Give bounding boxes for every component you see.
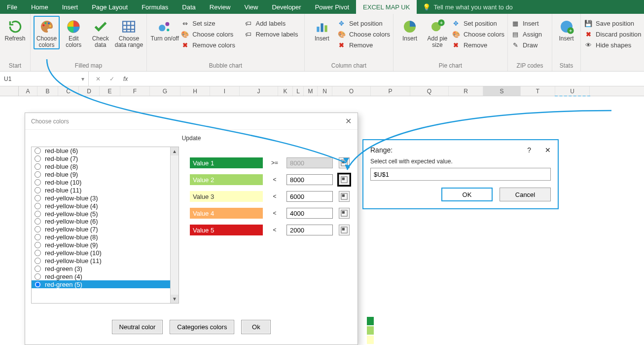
pie-choose-colors[interactable]: 🎨Choose colors	[452, 30, 504, 38]
close-icon[interactable]: ✕	[545, 146, 551, 154]
column-header[interactable]: N	[318, 86, 332, 96]
tab-data[interactable]: Data	[175, 0, 202, 14]
bubble-remove-colors[interactable]: ✖Remove colors	[180, 40, 243, 49]
refresh-button[interactable]: Refresh	[3, 16, 27, 42]
edit-colors-button[interactable]: Edit colors	[61, 16, 86, 49]
scheme-option[interactable]: red-blue (7)	[32, 155, 179, 163]
range-cancel-button[interactable]: Cancel	[500, 188, 551, 201]
discard-position[interactable]: ✖Discard position	[584, 30, 642, 38]
accept-formula-icon[interactable]: ✓	[109, 76, 114, 82]
bubble-remove-labels[interactable]: 🏷Remove labels	[244, 30, 301, 38]
column-header[interactable]: R	[449, 86, 483, 96]
bubble-choose-colors[interactable]: 🎨Choose colors	[180, 30, 243, 38]
column-header[interactable]: Q	[410, 86, 449, 96]
categories-colors-button[interactable]: Categories colors	[170, 320, 234, 334]
column-header[interactable]: G	[150, 86, 180, 96]
ok-button[interactable]: Ok	[241, 320, 271, 334]
value-input[interactable]	[286, 191, 333, 202]
column-header[interactable]: A	[19, 86, 37, 96]
neutral-color-button[interactable]: Neutral color	[112, 320, 163, 334]
column-header[interactable]: D	[79, 86, 100, 96]
column-insert-button[interactable]: Insert	[308, 16, 336, 49]
value-input[interactable]	[286, 225, 333, 235]
column-header[interactable]: I	[210, 86, 240, 96]
value-input[interactable]	[286, 174, 333, 185]
pie-set-position[interactable]: ✥Set position	[452, 19, 504, 28]
scrollbar[interactable]: ▲ ▼	[170, 147, 179, 303]
save-position[interactable]: 💾Save position	[584, 19, 642, 28]
range-ok-button[interactable]: OK	[441, 188, 493, 201]
close-icon[interactable]: ✕	[345, 116, 352, 126]
cell-picker-button[interactable]	[339, 157, 350, 168]
scroll-down-icon[interactable]: ▼	[171, 295, 179, 303]
tab-developer[interactable]: Developer	[265, 0, 308, 14]
fx-icon[interactable]: fx	[123, 76, 128, 82]
column-header[interactable]: L	[293, 86, 304, 96]
column-header[interactable]: T	[521, 86, 555, 96]
cell-picker-button[interactable]	[339, 191, 350, 202]
pie-add-size-button[interactable]: + Add pie size	[424, 16, 451, 49]
tab-file[interactable]: File	[0, 0, 24, 14]
name-box[interactable]: U1 ▾	[0, 72, 89, 86]
scheme-option[interactable]: red-yellow-blue (4)	[32, 202, 179, 210]
scheme-option[interactable]: red-blue (11)	[32, 186, 179, 194]
scheme-option[interactable]: red-blue (8)	[32, 163, 179, 171]
scheme-option[interactable]: red-yellow-blue (7)	[32, 226, 179, 233]
cell-picker-button[interactable]	[339, 208, 350, 219]
tell-me[interactable]: 💡 Tell me what you want to do	[417, 0, 518, 14]
scheme-option[interactable]: red-blue (9)	[32, 171, 179, 179]
tab-formulas[interactable]: Formulas	[135, 0, 175, 14]
scheme-option[interactable]: red-yellow-blue (6)	[32, 218, 179, 226]
cell-picker-button[interactable]	[339, 174, 350, 185]
help-icon[interactable]: ?	[527, 146, 531, 154]
tab-excelmapuk[interactable]: EXCEL MAP UK	[356, 0, 417, 14]
bubble-set-size[interactable]: ⇔Set size	[180, 19, 243, 28]
column-choose-colors[interactable]: 🎨Choose colors	[337, 30, 390, 38]
hide-shapes[interactable]: 👁Hide shapes	[584, 40, 642, 49]
tab-review[interactable]: Review	[203, 0, 238, 14]
color-scheme-list[interactable]: ▲ ▼ red-blue (6)red-blue (7)red-blue (8)…	[31, 147, 179, 304]
check-data-button[interactable]: Check data	[87, 16, 113, 49]
column-header[interactable]: P	[371, 86, 410, 96]
scheme-option[interactable]: red-green (3)	[32, 265, 179, 272]
worksheet[interactable]: ABCDEFGHIJKLMNOPQRSTU 123456789101112131…	[0, 86, 644, 96]
column-header[interactable]: S	[483, 86, 521, 96]
column-header[interactable]: E	[100, 86, 120, 96]
scroll-up-icon[interactable]: ▲	[171, 147, 179, 155]
tab-pagelayout[interactable]: Page Layout	[85, 0, 135, 14]
column-header[interactable]: H	[180, 86, 210, 96]
bubble-toggle-button[interactable]: Turn on/off	[150, 16, 179, 49]
column-header[interactable]: F	[120, 86, 150, 96]
bubble-add-labels[interactable]: 🏷Add labels	[244, 19, 301, 28]
column-header[interactable]: O	[332, 86, 371, 96]
pie-remove[interactable]: ✖Remove	[452, 40, 504, 49]
tab-insert[interactable]: Insert	[55, 0, 85, 14]
pie-insert-button[interactable]: Insert	[396, 16, 423, 49]
cell-picker-button[interactable]	[339, 225, 350, 235]
value-input[interactable]	[286, 208, 333, 219]
column-header[interactable]: M	[304, 86, 318, 96]
column-header[interactable]: C	[58, 86, 79, 96]
column-set-position[interactable]: ✥Set position	[337, 19, 390, 28]
column-header[interactable]: U	[555, 86, 590, 96]
column-remove[interactable]: ✖Remove	[337, 40, 390, 49]
tab-powerpivot[interactable]: Power Pivot	[308, 0, 356, 14]
choose-colors-button[interactable]: Choose colors	[34, 16, 60, 49]
scheme-option[interactable]: red-blue (6)	[32, 147, 179, 155]
zip-insert[interactable]: ▦Insert	[511, 19, 549, 28]
column-header[interactable]: J	[240, 86, 278, 96]
column-header[interactable]: B	[37, 86, 58, 96]
scheme-option[interactable]: red-yellow-blue (11)	[32, 257, 179, 265]
scheme-option[interactable]: red-yellow-blue (8)	[32, 233, 179, 241]
column-header[interactable]: K	[278, 86, 293, 96]
scheme-option[interactable]: red-green (5)	[32, 280, 179, 288]
cancel-formula-icon[interactable]: ✕	[96, 76, 101, 82]
tab-home[interactable]: Home	[24, 0, 55, 14]
scheme-option[interactable]: red-yellow-blue (10)	[32, 249, 179, 257]
tab-view[interactable]: View	[237, 0, 265, 14]
scheme-option[interactable]: red-blue (10)	[32, 179, 179, 187]
zip-assign[interactable]: ▤Assign	[511, 30, 549, 38]
scheme-option[interactable]: red-yellow-blue (3)	[32, 194, 179, 202]
zip-draw[interactable]: ✎Draw	[511, 40, 549, 49]
scheme-option[interactable]: red-yellow-blue (5)	[32, 210, 179, 218]
